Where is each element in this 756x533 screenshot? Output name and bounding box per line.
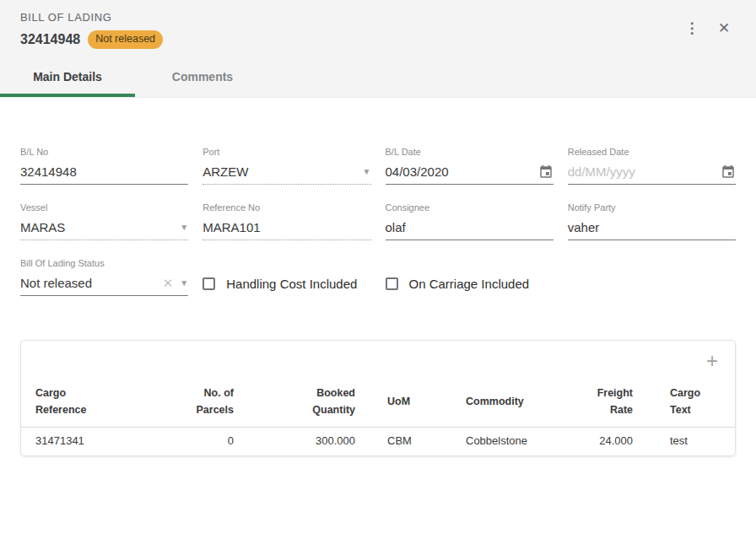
on-carriage-checkbox[interactable]: On Carriage Included [386, 272, 554, 296]
cell-commodity: Cobbelstone [452, 427, 562, 455]
field-notify-party: Notify Party vaher [568, 202, 736, 240]
cell-no-of-parcels: 0 [187, 427, 234, 455]
tab-main-details[interactable]: Main Details [0, 57, 135, 97]
kebab-menu-icon[interactable]: ⋮ [680, 17, 704, 40]
field-label: Notify Party [568, 202, 736, 213]
port-select[interactable]: ARZEW ▼ [202, 160, 370, 185]
calendar-icon[interactable] [721, 164, 736, 180]
reference-no-input[interactable]: MARA101 [202, 216, 370, 240]
checkbox-label: Handling Cost Included [226, 277, 357, 291]
chevron-down-icon[interactable]: ▼ [180, 223, 188, 232]
field-label: Bill Of Lading Status [20, 258, 188, 268]
notify-party-input[interactable]: vaher [568, 216, 736, 240]
field-label: Released Date [568, 147, 736, 157]
checkbox-icon [386, 277, 398, 290]
field-label: B/L Date [386, 147, 554, 157]
col-freight-rate: Freight Rate [562, 381, 633, 428]
grid-spacer [568, 258, 736, 296]
cargo-table: Cargo Reference No. of Parcels Booked Qu… [21, 381, 736, 455]
field-released-date: Released Date dd/MM/yyyy [568, 147, 736, 185]
header-text: BILL OF LADING 32414948 Not released [20, 11, 163, 49]
active-tab-indicator [0, 94, 135, 97]
released-date-input[interactable]: dd/MM/yyyy [568, 160, 736, 185]
cell-booked-quantity: 300.000 [234, 427, 355, 455]
vessel-select[interactable]: MARAS ▼ [20, 216, 188, 240]
tab-label: Comments [172, 70, 233, 83]
close-icon[interactable]: ✕ [712, 17, 736, 40]
cell-cargo-reference: 31471341 [21, 427, 187, 455]
cargo-card: + Cargo Reference No. of Parcels Booked … [20, 340, 736, 456]
field-bl-status: Bill Of Lading Status Not released ✕ ▼ [20, 258, 188, 296]
field-reference-no: Reference No MARA101 [202, 202, 370, 240]
chevron-down-icon[interactable]: ▼ [180, 279, 188, 288]
field-label: Reference No [202, 202, 370, 213]
col-cargo-reference: Cargo Reference [21, 381, 187, 428]
field-vessel: Vessel MARAS ▼ [20, 202, 188, 240]
cargo-table-header-row: Cargo Reference No. of Parcels Booked Qu… [21, 381, 736, 428]
date-placeholder: dd/MM/yyyy [568, 164, 635, 179]
main-details-panel: B/L No 32414948 Port ARZEW ▼ B/L Date 04… [0, 98, 756, 296]
document-number: 32414948 [20, 32, 80, 47]
bl-date-input[interactable]: 04/03/2020 [386, 160, 554, 185]
cell-uom: CBM [355, 427, 452, 455]
field-label: Port [202, 147, 370, 157]
checkbox-label: On Carriage Included [409, 277, 530, 291]
cell-freight-rate: 24.000 [562, 427, 633, 455]
tab-comments[interactable]: Comments [135, 57, 270, 97]
consignee-input[interactable]: olaf [386, 216, 554, 240]
bl-status-select[interactable]: Not released ✕ ▼ [20, 272, 188, 296]
tab-label: Main Details [33, 70, 102, 83]
page-title: BILL OF LADING [20, 11, 163, 24]
field-label: Vessel [20, 202, 188, 213]
dialog-header: BILL OF LADING 32414948 Not released ⋮ ✕… [0, 0, 756, 98]
field-consignee: Consignee olaf [386, 202, 554, 240]
col-commodity: Commodity [452, 381, 562, 428]
status-badge: Not released [88, 30, 163, 49]
chevron-down-icon[interactable]: ▼ [363, 168, 371, 176]
field-label: Consignee [386, 202, 554, 213]
handling-cost-checkbox[interactable]: Handling Cost Included [202, 272, 370, 296]
col-uom: UoM [355, 381, 452, 428]
bl-no-input[interactable]: 32414948 [20, 160, 188, 185]
tab-bar: Main Details Comments [0, 57, 756, 97]
field-port: Port ARZEW ▼ [202, 147, 370, 185]
cell-cargo-text: test [633, 427, 736, 455]
col-no-of-parcels: No. of Parcels [187, 381, 234, 428]
field-bl-date: B/L Date 04/03/2020 [386, 147, 554, 185]
clear-icon[interactable]: ✕ [163, 277, 174, 289]
calendar-icon[interactable] [538, 164, 554, 180]
field-bl-no: B/L No 32414948 [20, 147, 188, 185]
col-booked-quantity: Booked Quantity [234, 381, 355, 428]
add-cargo-icon[interactable]: + [705, 351, 720, 371]
table-row[interactable]: 31471341 0 300.000 CBM Cobbelstone 24.00… [21, 427, 736, 455]
checkbox-icon [202, 277, 215, 290]
col-cargo-text: Cargo Text [633, 381, 736, 428]
field-label: B/L No [20, 147, 188, 157]
